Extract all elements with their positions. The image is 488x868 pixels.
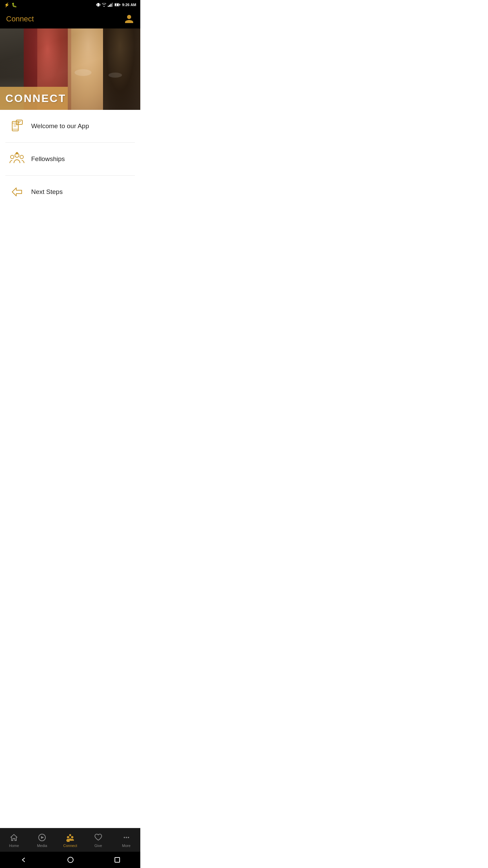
content-spacer — [0, 208, 140, 252]
hero-label: CONNECT — [5, 92, 66, 105]
svg-rect-9 — [120, 4, 121, 5]
arrow-right-icon — [8, 183, 26, 201]
svg-point-22 — [16, 152, 18, 155]
svg-rect-4 — [109, 5, 110, 7]
svg-point-21 — [20, 155, 23, 159]
hero-overlay: CONNECT — [0, 87, 68, 110]
status-bar: ⚡ 🐛 9:26 AM — [0, 0, 140, 9]
app-header: Connect — [0, 9, 140, 28]
battery-icon — [115, 3, 121, 6]
signal-icon — [108, 3, 113, 7]
bug-icon: 🐛 — [12, 2, 17, 7]
svg-rect-5 — [110, 4, 111, 7]
profile-icon[interactable] — [124, 14, 134, 24]
status-icons-right: 9:26 AM — [96, 2, 136, 7]
menu-item-fellowships[interactable]: Fellowships — [5, 143, 135, 176]
group-icon — [8, 150, 26, 168]
svg-rect-6 — [112, 3, 113, 7]
svg-rect-0 — [97, 3, 99, 6]
menu-item-next-steps[interactable]: Next Steps — [5, 176, 135, 208]
svg-rect-3 — [108, 6, 109, 7]
hero-section: CONNECT — [0, 28, 140, 110]
time-display: 9:26 AM — [122, 3, 136, 7]
menu-item-welcome[interactable]: Welcome to our App — [5, 110, 135, 143]
menu-fellowships-label: Fellowships — [31, 155, 65, 163]
usb-icon: ⚡ — [4, 2, 9, 7]
wifi-icon — [102, 3, 106, 7]
svg-rect-1 — [96, 4, 97, 6]
menu-next-steps-label: Next Steps — [31, 188, 63, 196]
svg-line-10 — [116, 3, 117, 6]
status-icons-left: ⚡ 🐛 — [4, 2, 17, 7]
vibrate-icon — [96, 2, 100, 7]
header-title: Connect — [6, 15, 34, 23]
phone-chat-icon — [8, 117, 26, 135]
menu-list: Welcome to our App Fellowships — [0, 110, 140, 208]
menu-welcome-label: Welcome to our App — [31, 122, 89, 130]
svg-rect-2 — [100, 4, 100, 6]
svg-point-19 — [11, 155, 14, 159]
svg-rect-14 — [16, 120, 22, 124]
